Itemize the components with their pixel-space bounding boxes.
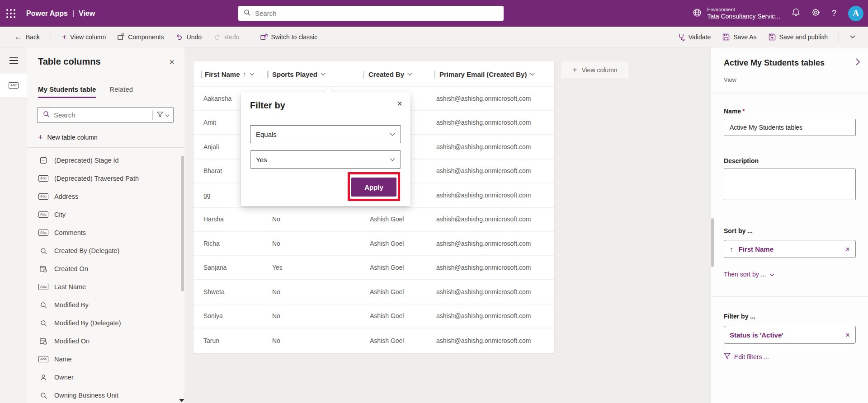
panel-close-button[interactable]: × <box>169 57 175 66</box>
required-asterisk: * <box>742 108 745 115</box>
plus-icon: + <box>38 133 43 141</box>
apply-button[interactable]: Apply <box>351 178 396 197</box>
filter-by-label: Filter by ... <box>724 313 755 320</box>
tab-related[interactable]: Related <box>109 85 133 98</box>
save-as-button[interactable]: Save As <box>718 31 761 43</box>
columns-scrollbar-thumb[interactable] <box>181 156 184 291</box>
chevron-down-icon[interactable] <box>407 73 412 76</box>
close-icon: × <box>845 245 850 253</box>
column-header-sports-played[interactable]: Sports Played <box>267 61 326 87</box>
cell-primary-email: ashish@ashishg.onmicrosoft.com <box>436 183 531 207</box>
column-list-item[interactable]: Owner <box>27 368 181 386</box>
column-list-item[interactable]: AbcAddress <box>27 187 181 206</box>
cell-primary-email: ashish@ashishg.onmicrosoft.com <box>436 208 531 231</box>
global-search-input[interactable] <box>255 9 498 17</box>
chevron-down-icon <box>165 112 170 118</box>
environment-picker[interactable]: Environment Tata Consultancy Servic... <box>693 7 780 20</box>
global-search[interactable] <box>238 6 504 21</box>
dialog-close-button[interactable]: × <box>397 99 402 108</box>
cell-first-name: gg <box>203 183 211 207</box>
validate-button[interactable]: Validate <box>673 31 716 43</box>
columns-search-input[interactable] <box>54 111 148 119</box>
lookup-icon <box>38 302 48 309</box>
column-list-item[interactable]: AbcCity <box>27 206 181 224</box>
grid-row[interactable]: HarshaNoAshish Goelashish@ashishg.onmicr… <box>193 208 554 232</box>
filter-value-select[interactable]: Yes <box>250 150 401 169</box>
column-list-item[interactable]: Modified By <box>27 296 181 314</box>
close-icon: × <box>397 98 402 108</box>
edit-filters-link[interactable]: Edit filters ... <box>724 353 769 361</box>
rail-menu-button[interactable] <box>0 51 27 70</box>
chevron-down-icon[interactable] <box>250 73 255 76</box>
app-title: Power Apps | View <box>26 0 95 27</box>
sort-chip[interactable]: ↑ First Name × <box>724 240 856 258</box>
app-name: Power Apps <box>26 9 68 18</box>
grid-row[interactable]: SoniyaNoAshish Goelashish@ashishg.onmicr… <box>193 305 554 329</box>
datetime-icon <box>38 337 48 345</box>
abc-text-icon: Abc <box>38 356 48 362</box>
components-command[interactable]: Components <box>113 31 168 43</box>
new-table-column-button[interactable]: + New table column <box>38 133 98 141</box>
column-list-item-label: Modified By <box>54 301 89 309</box>
then-sort-by-link[interactable]: Then sort by ... <box>724 271 774 278</box>
waffle-menu-button[interactable] <box>0 0 22 27</box>
column-list-item[interactable]: Created On <box>27 260 181 278</box>
panel-collapse-button[interactable] <box>856 58 860 67</box>
chevron-down-icon[interactable] <box>321 73 326 76</box>
drag-handle-icon[interactable] <box>434 71 436 78</box>
column-header-created-by[interactable]: Created By <box>363 61 412 87</box>
column-list-item[interactable]: AbcLast Name <box>27 278 181 296</box>
remove-sort-button[interactable]: × <box>845 245 850 253</box>
settings-button[interactable] <box>811 8 820 19</box>
column-list-item-label: Owner <box>54 374 74 381</box>
redo-button[interactable]: Redo <box>209 31 244 43</box>
properties-scrollbar-thumb[interactable] <box>711 218 714 267</box>
view-column-command[interactable]: + View column <box>57 30 110 44</box>
column-list-item-label: Last Name <box>54 283 86 291</box>
column-list-item[interactable]: Modified On <box>27 332 181 350</box>
person-icon <box>38 374 48 381</box>
column-header-first-name[interactable]: First Name↑ <box>200 61 255 87</box>
grid-row[interactable]: SanjanaYesAshish Goelashish@ashishg.onmi… <box>193 256 554 281</box>
view-name-input[interactable] <box>724 119 856 136</box>
column-header-primary-email[interactable]: Primary Email (Created By) <box>434 61 535 87</box>
column-list-item[interactable]: Owning Business Unit <box>27 386 181 403</box>
drag-handle-icon[interactable] <box>363 71 365 78</box>
environment-name: Tata Consultancy Servic... <box>707 13 780 20</box>
back-button[interactable]: ← Back <box>10 30 44 43</box>
switch-to-classic-button[interactable]: Switch to classic <box>256 31 322 43</box>
drag-handle-icon[interactable] <box>267 71 269 78</box>
save-and-publish-button[interactable]: Save and publish <box>764 31 832 43</box>
column-list-item-label: Comments <box>54 229 86 236</box>
cell-created-by: Ashish Goel <box>370 328 404 353</box>
remove-filter-button[interactable]: × <box>845 331 850 339</box>
help-button[interactable]: ? <box>832 9 836 18</box>
filter-operator-select[interactable]: Equals <box>250 125 401 143</box>
rail-item-table-columns[interactable]: Abc <box>0 74 27 97</box>
tab-my-students-table[interactable]: My Students table <box>38 85 96 98</box>
view-description-textarea[interactable] <box>724 169 856 200</box>
grid-row[interactable]: RichaNoAshish Goelashish@ashishg.onmicro… <box>193 232 554 256</box>
columns-search-box[interactable] <box>37 107 174 123</box>
panel-divider <box>27 147 184 148</box>
bell-icon <box>792 8 800 19</box>
column-list-item[interactable]: --(Deprecated) Stage Id <box>27 151 181 169</box>
grid-row[interactable]: TarunNoAshish Goelashish@ashishg.onmicro… <box>193 328 554 353</box>
chevron-down-icon[interactable] <box>530 73 535 76</box>
notifications-button[interactable] <box>792 8 800 19</box>
column-list-item[interactable]: Created By (Delegate) <box>27 242 181 260</box>
column-list-item[interactable]: AbcName <box>27 350 181 368</box>
undo-button[interactable]: Undo <box>171 31 206 43</box>
add-view-column-button[interactable]: + View column <box>561 61 628 78</box>
column-list-item[interactable]: Abc(Deprecated) Traversed Path <box>27 169 181 187</box>
more-commands-button[interactable] <box>845 33 860 41</box>
filter-chip[interactable]: Status is 'Active' × <box>724 326 856 344</box>
column-list-item[interactable]: Modified By (Delegate) <box>27 314 181 332</box>
column-list-item[interactable]: AbcComments <box>27 224 181 242</box>
grid-row[interactable]: ShwetaNoAshish Goelashish@ashishg.onmicr… <box>193 280 554 305</box>
drag-handle-icon[interactable] <box>200 71 202 78</box>
scroll-down-arrow[interactable] <box>179 399 184 402</box>
cell-created-by: Ashish Goel <box>370 280 404 304</box>
columns-filter-button[interactable] <box>157 112 170 119</box>
user-avatar[interactable]: A <box>848 6 863 21</box>
